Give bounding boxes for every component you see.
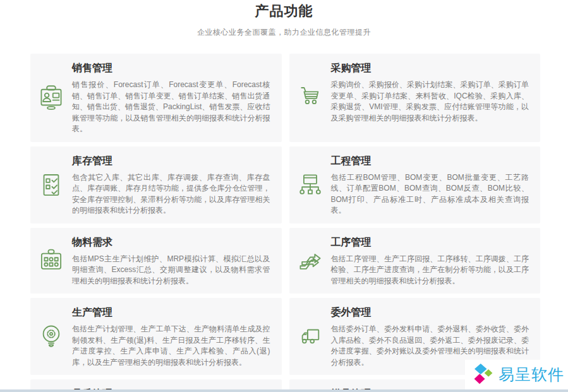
footer-strip xyxy=(0,389,568,392)
id-card-icon xyxy=(37,84,65,112)
card-icon-col xyxy=(289,146,331,223)
product-features-page: 产品功能 企业核心业务全面覆盖，助力企业信息化管理提升 销售管理 销售报价、Fo… xyxy=(0,0,568,392)
feature-card: 工序管理 包括工序管理、生产工序回报、工序移转、工序调拨、工序检验、工序生产进度… xyxy=(289,228,541,294)
card-description: 包括MPS主生产计划维护、MRP模拟计算、模拟汇总以及明细查询、Excess汇总… xyxy=(72,254,270,287)
card-content: 销售管理 销售报价、Forecast订单、Forecast变更单、Forecas… xyxy=(72,54,282,142)
card-icon-col xyxy=(289,298,331,375)
cards-grid: 销售管理 销售报价、Forecast订单、Forecast变更单、Forecas… xyxy=(30,54,540,392)
shopping-cart-icon xyxy=(296,84,324,112)
brand-name: 易呈软件 xyxy=(499,364,564,385)
card-content: 采购管理 采购询价、采购报价、采购计划结案、采购订单、采购订单变更单、采购订单结… xyxy=(331,54,541,142)
card-description: 包括生产计划管理、生产工单下达、生产物料清单生成及控制领发料、生产领(退)料、生… xyxy=(72,324,270,368)
feature-card: 库存管理 包含其它入库、其它出库、库存调拨、库存查询、库存盘点、库存调账、库存月… xyxy=(30,146,282,223)
page-title: 产品功能 xyxy=(0,2,568,21)
card-icon-col xyxy=(30,146,72,223)
outsourcing-truck-icon xyxy=(296,323,324,350)
card-title: 物料需求 xyxy=(72,236,270,249)
card-title: 工序管理 xyxy=(331,236,529,249)
feature-card: 生产管理 包括生产计划管理、生产工单下达、生产物料清单生成及控制领发料、生产领(… xyxy=(30,298,282,375)
card-description: 采购询价、采购报价、采购计划结案、采购订单、采购订单变更单、采购订单结案、来料暂… xyxy=(331,80,529,124)
bom-sitemap-icon xyxy=(296,171,324,199)
card-content: 物料需求 包括MPS主生产计划维护、MRP模拟计算、模拟汇总以及明细查询、Exc… xyxy=(72,228,282,294)
card-content: 工程管理 包括工程BOM管理、BOM变更、BOM批量变更、工艺路线、订单配置BO… xyxy=(331,146,541,223)
card-description: 销售报价、Forecast订单、Forecast变更单、Forecast核销、销… xyxy=(72,80,270,135)
card-title: 销售管理 xyxy=(72,62,270,75)
brand-diamond-icon xyxy=(473,363,494,386)
card-content: 库存管理 包含其它入库、其它出库、库存调拨、库存查询、库存盘点、库存调账、库存月… xyxy=(72,146,282,223)
feature-card: 物料需求 包括MPS主生产计划维护、MRP模拟计算、模拟汇总以及明细查询、Exc… xyxy=(30,228,282,294)
feature-card: 销售管理 销售报价、Forecast订单、Forecast变更单、Forecas… xyxy=(30,54,282,142)
card-icon-col xyxy=(30,54,72,142)
card-title: 生产管理 xyxy=(72,306,270,319)
calendar-icon xyxy=(37,247,65,275)
card-title: 库存管理 xyxy=(72,155,270,168)
production-bulb-gear-icon xyxy=(37,323,65,350)
card-content: 工序管理 包括工序管理、生产工序回报、工序移转、工序调拨、工序检验、工序生产进度… xyxy=(331,228,541,294)
card-title: 工程管理 xyxy=(331,155,529,168)
brand-logo: 易呈软件 xyxy=(465,360,568,390)
card-description: 包括工序管理、生产工序回报、工序移转、工序调拨、工序检验、工序生产进度查询，生产… xyxy=(331,254,529,287)
feature-card: 工程管理 包括工程BOM管理、BOM变更、BOM批量变更、工艺路线、订单配置BO… xyxy=(289,146,541,223)
card-icon-col xyxy=(30,228,72,294)
page-subtitle: 企业核心业务全面覆盖，助力企业信息化管理提升 xyxy=(0,27,568,38)
card-icon-col xyxy=(289,54,331,142)
card-content: 生产管理 包括生产计划管理、生产工单下达、生产物料清单生成及控制领发料、生产领(… xyxy=(72,298,282,375)
card-description: 包括工程BOM管理、BOM变更、BOM批量变更、工艺路线、订单配置BOM、BOM… xyxy=(331,172,529,217)
card-icon-col xyxy=(289,228,331,294)
card-title: 委外管理 xyxy=(331,306,529,319)
feature-card: 采购管理 采购询价、采购报价、采购计划结案、采购订单、采购订单变更单、采购订单结… xyxy=(289,54,541,142)
process-flow-icon xyxy=(296,247,324,275)
inventory-checklist-icon xyxy=(37,171,65,199)
card-title: 采购管理 xyxy=(331,62,529,75)
page-header: 产品功能 企业核心业务全面覆盖，助力企业信息化管理提升 xyxy=(0,0,568,38)
card-description: 包含其它入库、其它出库、库存调拨、库存查询、库存盘点、库存调账、库存月结等功能，… xyxy=(72,172,270,217)
card-icon-col xyxy=(30,298,72,375)
